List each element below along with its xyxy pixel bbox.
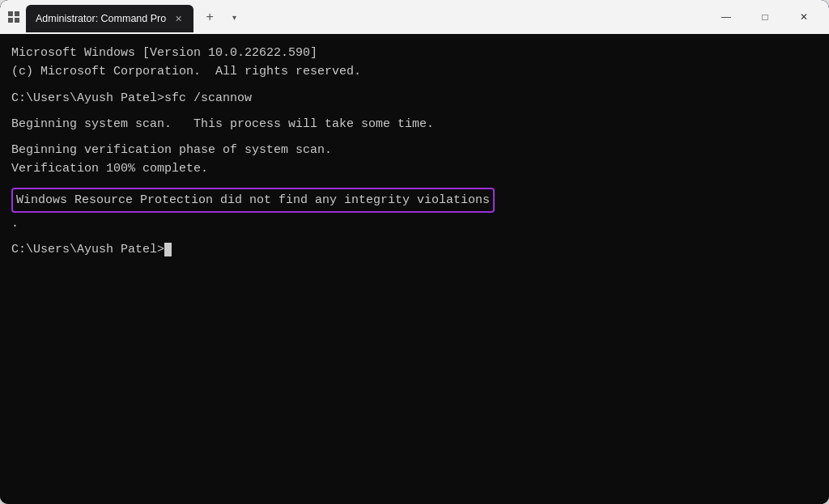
close-button[interactable]: ✕	[785, 4, 823, 30]
terminal-prompt-line: C:\Users\Ayush Patel>	[11, 240, 818, 259]
titlebar: Administrator: Command Pro ✕ + ▾ — □ ✕	[0, 0, 829, 34]
tab-close-button[interactable]: ✕	[172, 13, 184, 24]
terminal-prompt: C:\Users\Ayush Patel>	[11, 240, 164, 259]
terminal-output-line-1: Microsoft Windows [Version 10.0.22622.59…	[11, 44, 818, 62]
integrity-result-text: Windows Resource Protection did not find…	[16, 193, 490, 207]
terminal-body[interactable]: Microsoft Windows [Version 10.0.22622.59…	[0, 34, 829, 504]
tab-dropdown-button[interactable]: ▾	[226, 6, 242, 28]
terminal-command-line: C:\Users\Ayush Patel>sfc /scannow	[11, 89, 818, 108]
svg-rect-3	[15, 18, 19, 23]
terminal-cursor	[164, 243, 172, 256]
active-tab[interactable]: Administrator: Command Pro ✕	[26, 5, 193, 32]
terminal-highlighted-result: Windows Resource Protection did not find…	[11, 186, 818, 215]
terminal-spacer-5	[11, 233, 818, 240]
terminal-spacer-4	[11, 179, 818, 186]
terminal-spacer-2	[11, 108, 818, 115]
window-controls: — □ ✕	[708, 4, 823, 30]
minimize-button[interactable]: —	[708, 4, 745, 30]
integrity-result-box: Windows Resource Protection did not find…	[11, 188, 495, 214]
svg-rect-1	[15, 11, 19, 16]
svg-rect-0	[8, 11, 13, 16]
terminal-spacer-3	[11, 133, 818, 141]
tab-title: Administrator: Command Pro	[36, 13, 166, 24]
svg-rect-2	[8, 18, 13, 23]
terminal-output-dot: .	[11, 214, 818, 233]
terminal-output-verification-complete: Verification 100% complete.	[11, 159, 818, 178]
titlebar-left: Administrator: Command Pro ✕ + ▾	[6, 2, 708, 32]
window-icon	[6, 10, 21, 24]
maximize-button[interactable]: □	[746, 4, 784, 30]
terminal-output-line-2: (c) Microsoft Corporation. All rights re…	[11, 62, 818, 81]
terminal-window: Administrator: Command Pro ✕ + ▾ — □ ✕ M…	[0, 0, 829, 504]
terminal-output-scan-begin: Beginning system scan. This process will…	[11, 115, 818, 133]
terminal-output-verification: Beginning verification phase of system s…	[11, 141, 818, 159]
terminal-spacer-1	[11, 82, 818, 89]
new-tab-button[interactable]: +	[198, 6, 221, 28]
